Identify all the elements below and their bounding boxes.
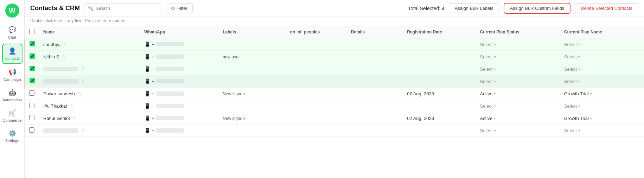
plan-status-dropdown[interactable]: Select▾ — [480, 54, 556, 59]
plan-name-dropdown[interactable]: Growth Trial▾ — [564, 91, 640, 96]
col-header-8: Current Plan Name — [560, 26, 644, 38]
no-of-peoples-cell — [286, 125, 347, 137]
current-plan-name-cell[interactable]: Select▾ — [560, 100, 644, 112]
label-value: new user — [223, 55, 240, 59]
sidebar-item-label: Chat — [8, 35, 16, 39]
sub-header: Double click to edit any field. Press en… — [25, 17, 644, 26]
automation-icon: 🤖 — [8, 89, 16, 96]
filter-label: Filter — [177, 6, 187, 11]
whatsapp-cell: 📱+ — [140, 38, 218, 51]
edit-icon[interactable]: ✎ — [81, 79, 85, 84]
table-row: ✎📱+Select▾Select▾ — [25, 75, 644, 88]
row-checkbox[interactable] — [29, 115, 34, 120]
current-plan-name-cell[interactable]: Select▾ — [560, 63, 644, 75]
details-cell — [347, 75, 403, 88]
plan-name-dropdown[interactable]: Select▾ — [564, 128, 640, 133]
current-plan-name-cell[interactable]: Growth Trial▾ — [560, 88, 644, 100]
assign-bulk-labels-button[interactable]: Assign Bulk Labels — [449, 3, 499, 13]
row-checkbox[interactable] — [30, 41, 35, 46]
sidebar-item-commerce[interactable]: 🛒 Commerce — [2, 106, 23, 125]
plan-status-dropdown[interactable]: Select▾ — [480, 128, 556, 133]
labels-cell — [218, 38, 286, 51]
header: Contacts & CRM 🔍 ⚙ Filter Total Selected… — [25, 0, 644, 17]
chevron-down-icon: ▾ — [578, 67, 580, 71]
row-checkbox[interactable] — [29, 127, 34, 133]
sidebar-item-settings[interactable]: ⚙️ Settings — [2, 127, 23, 146]
current-plan-name-cell[interactable]: Select▾ — [560, 75, 644, 88]
sidebar-item-label: Contacts — [5, 56, 20, 61]
plan-status-dropdown[interactable]: Select▾ — [480, 66, 556, 72]
edit-icon[interactable]: ✎ — [70, 103, 74, 108]
edit-icon[interactable]: ✎ — [62, 54, 66, 59]
current-plan-status-cell[interactable]: Active▾ — [476, 112, 560, 125]
plus-sign: + — [152, 103, 154, 109]
edit-icon[interactable]: ✎ — [63, 42, 67, 47]
whatsapp-cell: 📱+ — [140, 125, 218, 137]
chevron-down-icon: ▾ — [578, 104, 580, 108]
delete-selected-contacts-button[interactable]: Delete Selected Contacts — [575, 3, 638, 13]
current-plan-name-cell[interactable]: Select▾ — [560, 51, 644, 63]
sidebar-item-automation[interactable]: 🤖 Automation — [2, 86, 23, 105]
edit-icon[interactable]: ✎ — [78, 91, 81, 96]
contact-name-cell: Rahul Gehlot✎ — [39, 112, 140, 125]
row-checkbox[interactable] — [30, 66, 35, 71]
select-all-checkbox[interactable] — [29, 29, 34, 34]
sidebar-item-contacts[interactable]: 👤 Contacts — [2, 44, 23, 64]
phone-number-blurred — [156, 42, 184, 46]
current-plan-name-cell[interactable]: Select▾ — [560, 38, 644, 51]
sidebar-item-campaign[interactable]: 📢 Campaign — [2, 65, 23, 84]
row-checkbox[interactable] — [29, 90, 34, 96]
plan-status-dropdown[interactable]: Select▾ — [480, 79, 556, 84]
plan-status-dropdown[interactable]: Active▾ — [480, 116, 556, 121]
row-checkbox[interactable] — [30, 78, 35, 83]
search-input[interactable] — [96, 6, 158, 11]
plan-name-value: Select — [564, 66, 577, 72]
plan-name-dropdown[interactable]: Select▾ — [564, 103, 640, 109]
current-plan-status-cell[interactable]: Select▾ — [476, 125, 560, 137]
chevron-down-icon: ▾ — [578, 55, 580, 59]
filter-button[interactable]: ⚙ Filter — [166, 4, 193, 13]
row-checkbox[interactable] — [29, 103, 34, 108]
plus-sign: + — [152, 116, 154, 121]
total-selected-label: Total Selected: 4 — [408, 6, 445, 11]
plan-name-dropdown[interactable]: Select▾ — [564, 79, 640, 84]
details-cell — [347, 63, 403, 75]
col-header-4: no_of_peoples — [286, 26, 347, 38]
contact-name-cell: ✎ — [39, 75, 140, 88]
plan-name-dropdown[interactable]: Select▾ — [564, 42, 640, 47]
edit-icon[interactable]: ✎ — [81, 66, 85, 71]
row-checkbox[interactable] — [30, 53, 35, 59]
current-plan-name-cell[interactable]: Growth Trial▾ — [560, 112, 644, 125]
label-value: New signup — [223, 91, 245, 96]
edit-icon[interactable]: ✎ — [73, 116, 76, 121]
contact-name: !#u Thakkar — [43, 103, 67, 109]
current-plan-status-cell[interactable]: Select▾ — [476, 100, 560, 112]
chevron-down-icon: ▾ — [494, 55, 496, 59]
current-plan-status-cell[interactable]: Select▾ — [476, 38, 560, 51]
current-plan-status-cell[interactable]: Select▾ — [476, 51, 560, 63]
chevron-down-icon: ▾ — [494, 80, 496, 83]
plan-status-dropdown[interactable]: Select▾ — [480, 103, 556, 109]
current-plan-status-cell[interactable]: Active▾ — [476, 88, 560, 100]
plan-name-dropdown[interactable]: Select▾ — [564, 66, 640, 72]
contact-name: Rahul Gehlot — [43, 116, 70, 121]
search-box[interactable]: 🔍 — [84, 4, 161, 13]
whatsapp-icon: 📱 — [144, 42, 150, 47]
edit-icon[interactable]: ✎ — [81, 128, 85, 133]
assign-bulk-custom-fields-button[interactable]: Assign Bulk Custom Fields — [504, 3, 571, 14]
plan-name-dropdown[interactable]: Select▾ — [564, 54, 640, 59]
plan-status-dropdown[interactable]: Active▾ — [480, 91, 556, 96]
contact-name-cell: !#u Thakkar✎ — [39, 100, 140, 112]
plan-status-value: Select — [480, 42, 493, 47]
whatsapp-cell: 📱+ — [140, 75, 218, 88]
plan-status-dropdown[interactable]: Select▾ — [480, 42, 556, 47]
current-plan-status-cell[interactable]: Select▾ — [476, 75, 560, 88]
whatsapp-cell: 📱+ — [140, 112, 218, 125]
current-plan-status-cell[interactable]: Select▾ — [476, 63, 560, 75]
current-plan-name-cell[interactable]: Select▾ — [560, 125, 644, 137]
row-checkbox-cell — [25, 88, 39, 100]
plan-name-dropdown[interactable]: Growth Trial▾ — [564, 116, 640, 121]
page-title: Contacts & CRM — [30, 5, 80, 12]
sidebar-item-chat[interactable]: 💬 Chat — [2, 23, 23, 42]
registration-date-cell: 02 Aug, 2023 — [403, 88, 476, 100]
